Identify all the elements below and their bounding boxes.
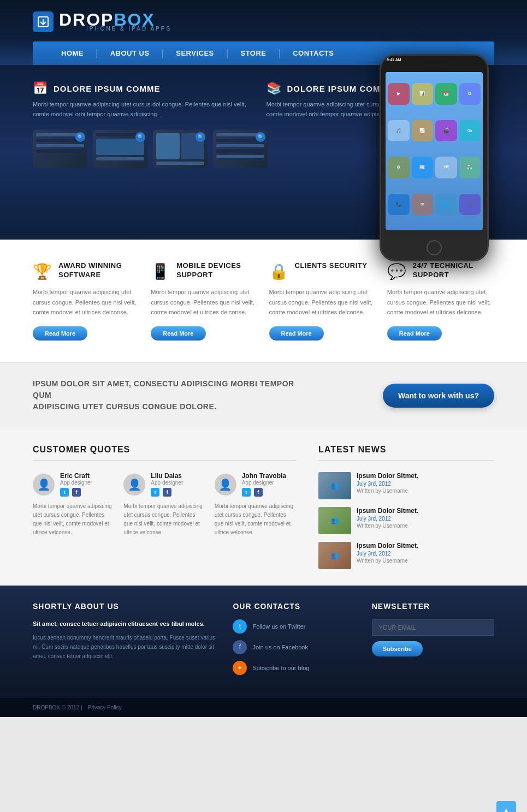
- nav-services[interactable]: SERVICES: [164, 41, 226, 65]
- nav-contacts[interactable]: CONTACTS: [281, 41, 346, 65]
- copyright-text: DROPBOX © 2012 |: [33, 704, 82, 710]
- footer-facebook[interactable]: f Join us on Facebook: [233, 640, 355, 654]
- facebook-icon-3[interactable]: f: [254, 488, 263, 497]
- quotes-title: CUSTOMER QUOTES: [33, 445, 297, 461]
- phone-camera: [470, 60, 473, 63]
- footer-newsletter-title: NEWSLETTER: [372, 602, 494, 611]
- footer-twitter[interactable]: t Follow us on Twitter: [233, 619, 355, 634]
- news-item-3: 👥 Ipsum Dolor Sitmet. July 3rd, 2012 Wri…: [318, 542, 494, 569]
- news-item-title-3: Ipsum Dolor Sitmet.: [357, 542, 418, 550]
- news-thumb-img-1: 👥: [318, 472, 351, 499]
- news-section: LATEST NEWS 👥 Ipsum Dolor Sitmet. July 3…: [318, 445, 494, 569]
- news-item-author-2: Written by Username: [357, 523, 418, 529]
- twitter-icon-3[interactable]: t: [242, 488, 251, 497]
- person-info-3: John Travobla App designer t f: [242, 472, 286, 497]
- bottom-content: CUSTOMER QUOTES 👤 Eric Craft App designe…: [0, 428, 527, 586]
- twitter-icon-2[interactable]: t: [151, 488, 159, 497]
- footer-rss[interactable]: ✦ Subscribe to our blog: [233, 661, 355, 675]
- person-role-1: App designer: [60, 480, 92, 486]
- news-thumb-2: 👥: [318, 507, 351, 534]
- nav-store[interactable]: STORE: [228, 41, 278, 65]
- facebook-icon-1[interactable]: f: [72, 488, 81, 497]
- app-icon-4: 🗒: [459, 83, 481, 105]
- person-role-3: App designer: [242, 480, 286, 486]
- phone-home-button: [427, 240, 442, 255]
- twitter-label: Follow us on Twitter: [252, 623, 305, 630]
- feature-card-2: 📱 MOBILE DEVICES SUPPORT Morbi tempor qu…: [151, 261, 258, 341]
- app-icon-14: ✉: [412, 194, 434, 216]
- footer-about: SHORTLY ABOUT US Sit amet, consec tetuer…: [33, 602, 216, 682]
- person-info-2: Lilu Dalas App designer t f: [151, 472, 183, 497]
- book-icon: 📚: [267, 81, 282, 95]
- quote-text-3: Morbi tempor quamve adipiscing utet curs…: [215, 502, 297, 537]
- footer-newsletter: NEWSLETTER Subscribe: [372, 602, 494, 682]
- news-item-title-2: Ipsum Dolor Sitmet.: [357, 507, 418, 515]
- twitter-icon-1[interactable]: t: [60, 488, 69, 497]
- news-info-1: Ipsum Dolor Sitmet. July 3rd, 2012 Writt…: [357, 472, 418, 494]
- logo-tagline: IPHONE & IPAD APPS: [86, 26, 171, 34]
- feature-card-4-title: 24/7 TECHNICAL SUPPORT: [413, 261, 494, 280]
- app-icon-8: 🛍: [459, 120, 481, 142]
- read-more-btn-1[interactable]: Read More: [33, 326, 87, 341]
- app-thumb-2: 🔍: [93, 130, 147, 168]
- subscribe-button[interactable]: Subscribe: [372, 641, 423, 656]
- bottom-bar: DROPBOX © 2012 | Privacy Policy: [0, 698, 527, 717]
- app-icon-6: 📈: [412, 120, 434, 142]
- app-icon-3: 📅: [435, 83, 457, 105]
- quotes-grid: 👤 Eric Craft App designer t f Morbi temp…: [33, 472, 297, 537]
- facebook-label: Join us on Facebook: [252, 644, 308, 650]
- read-more-btn-4[interactable]: Read More: [387, 326, 442, 341]
- feature-card-1-title: AWARD WINNING SOFTWARE: [58, 261, 140, 280]
- app-icon-16: 🎵: [459, 194, 481, 216]
- app-icon-7: 🎬: [435, 120, 457, 142]
- feature-card-1-header: 🏆 AWARD WINNING SOFTWARE: [33, 261, 140, 280]
- social-icons-2: t f: [151, 488, 183, 497]
- quote-person-2: 👤 Lilu Dalas App designer t f: [123, 472, 205, 497]
- feature-card-2-header: 📱 MOBILE DEVICES SUPPORT: [151, 261, 258, 280]
- footer-contacts-title: OUR CONTACTS: [233, 602, 355, 611]
- privacy-policy-link[interactable]: Privacy Policy: [88, 704, 122, 710]
- feature-card-3-desc: Morbi tempor quamve adipiscing utet curs…: [269, 287, 376, 318]
- avatar-2: 👤: [123, 474, 145, 495]
- read-more-btn-3[interactable]: Read More: [269, 326, 324, 341]
- feature-card-1-desc: Morbi tempor quamve adipiscing utet curs…: [33, 287, 140, 318]
- app-icon-1: ▶: [388, 83, 410, 105]
- news-item-1: 👥 Ipsum Dolor Sitmet. July 3rd, 2012 Wri…: [318, 472, 494, 499]
- feature-card-4-header: 💬 24/7 TECHNICAL SUPPORT: [387, 261, 494, 280]
- phone-time: 9:41 AM: [387, 58, 401, 62]
- feature-card-4: 💬 24/7 TECHNICAL SUPPORT Morbi tempor qu…: [387, 261, 494, 341]
- phone-speaker: [423, 61, 445, 63]
- person-name-3: John Travobla: [242, 472, 286, 480]
- feature-card-2-desc: Morbi tempor quamve adipiscing utet curs…: [151, 287, 258, 318]
- app-icon-12: 🏪: [459, 157, 481, 178]
- social-icons-1: t f: [60, 488, 92, 497]
- phone-render: 9:41 AM ▶ 📊 📅 🗒 🎵 📈 🎬 🛍 ⚙ 📰 🗺: [380, 54, 489, 261]
- app-icon-11: 🗺: [435, 157, 457, 178]
- app-icon-15: 🌐: [435, 194, 457, 216]
- quote-card-3: 👤 John Travobla App designer t f Morbi t…: [215, 472, 297, 537]
- news-item-title-1: Ipsum Dolor Sitmet.: [357, 472, 418, 480]
- hero-feature-1-title: 📅 DOLORE IPSUM COMME: [33, 81, 250, 95]
- news-info-3: Ipsum Dolor Sitmet. July 3rd, 2012 Writt…: [357, 542, 418, 564]
- person-role-2: App designer: [151, 480, 183, 486]
- footer-about-title: SHORTLY ABOUT US: [33, 602, 216, 611]
- read-more-btn-2[interactable]: Read More: [151, 326, 205, 341]
- news-thumb-img-3: 👥: [318, 542, 351, 569]
- app-thumb-1: 🔍: [33, 130, 87, 168]
- hero-feature-1: 📅 DOLORE IPSUM COMME Morbi tempor quamve…: [33, 81, 250, 119]
- app-icon-10: 📰: [412, 157, 434, 178]
- news-item-author-3: Written by Username: [357, 558, 418, 564]
- facebook-icon-2[interactable]: f: [163, 488, 171, 497]
- avatar-1: 👤: [33, 474, 55, 495]
- nav-home[interactable]: HOME: [49, 41, 96, 65]
- nav-about[interactable]: ABOUT US: [98, 41, 162, 65]
- quotes-section: CUSTOMER QUOTES 👤 Eric Craft App designe…: [33, 445, 297, 569]
- newsletter-email-input[interactable]: [372, 619, 494, 636]
- facebook-contact-icon: f: [233, 640, 247, 654]
- news-title: LATEST NEWS: [318, 445, 494, 461]
- news-item-author-1: Written by Username: [357, 488, 418, 494]
- news-item-date-1: July 3rd, 2012: [357, 481, 418, 487]
- cta-button[interactable]: Want to work with us?: [383, 384, 494, 408]
- quote-card-2: 👤 Lilu Dalas App designer t f Morbi temp…: [123, 472, 205, 537]
- person-name-1: Eric Craft: [60, 472, 92, 480]
